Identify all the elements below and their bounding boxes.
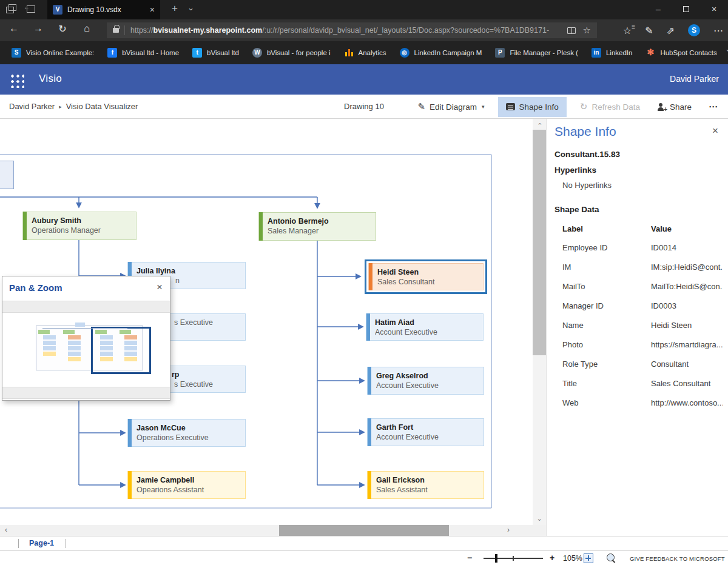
pan-zoom-window[interactable]: Pan & Zoom ×	[2, 276, 170, 401]
fit-page-to-window-icon[interactable]	[584, 553, 593, 563]
pan-zoom-toggle-icon[interactable]	[607, 553, 616, 563]
bookmarks-bar: SVisio Online Example:fbVisual ltd - Hom…	[0, 41, 728, 64]
shape-data-value: IM:sip:HeidiS@cont...	[651, 262, 723, 272]
tab-close-icon[interactable]: ×	[150, 5, 155, 15]
refresh-icon[interactable]: ↻	[55, 23, 70, 35]
web-notes-icon[interactable]: ✎	[645, 25, 653, 36]
org-node-name: Julia Ilyina	[136, 267, 241, 276]
edit-diagram-button[interactable]: ✎ Edit Diagram ▾	[414, 96, 488, 118]
thumbnail-mini-shape	[68, 341, 81, 345]
more-commands-icon[interactable]: ⋯	[705, 101, 722, 112]
thumbnail-mini-shape	[68, 352, 81, 356]
breadcrumb-folder[interactable]: Visio Data Visualizer	[66, 102, 138, 111]
org-node-role: Sales Manager	[268, 227, 372, 236]
bookmark-wordpress[interactable]: WbVisual - for people i	[247, 44, 336, 61]
reading-view-icon[interactable]	[567, 27, 576, 34]
user-name[interactable]: David Parker	[670, 74, 719, 84]
thumbnail-mini-shape	[100, 346, 113, 350]
minimize-button[interactable]: –	[644, 0, 672, 19]
thumbnail-mini-shape	[43, 352, 56, 356]
shape-data-value: ID0003	[651, 301, 723, 310]
shape-data-row: MailToMailTo:HeidiS@con...	[562, 276, 723, 296]
shape-info-close-icon[interactable]: ×	[712, 125, 718, 137]
bookmark-plesk[interactable]: PFile Manager - Plesk (	[490, 44, 583, 61]
bookmark-label: LinkedIn	[606, 49, 632, 56]
maximize-button[interactable]	[672, 0, 700, 19]
horizontal-scrollbar-thumb[interactable]	[279, 525, 449, 536]
bookmark-linkedin-campaign[interactable]: ◎LinkedIn Campaign M	[394, 44, 488, 61]
org-node-hatim-aiad[interactable]: Hatim AiadAccount Executive	[366, 313, 484, 341]
pan-zoom-thumbnail[interactable]	[2, 313, 170, 387]
pan-zoom-title: Pan & Zoom	[9, 282, 62, 293]
thumbnail-mini-shape	[124, 357, 137, 361]
bookmark-sharepoint[interactable]: SVisio Online Example:	[6, 44, 99, 61]
scroll-up-icon[interactable]: ›	[534, 118, 545, 131]
shape-data-heading: Shape Data	[554, 205, 599, 214]
browser-tab[interactable]: V Drawing 10.vsdx ×	[47, 0, 160, 19]
shape-data-value: Sales Consultant	[651, 379, 723, 388]
scroll-left-icon[interactable]: ‹	[1, 525, 11, 536]
share-button[interactable]: + Share	[653, 97, 695, 117]
pan-zoom-titlebar[interactable]: Pan & Zoom ×	[2, 276, 170, 301]
org-node-aubury-smith[interactable]: Aubury SmithOperations Manager	[22, 212, 136, 240]
analytics-favicon-icon	[344, 48, 354, 58]
back-icon[interactable]: ←	[6, 23, 22, 34]
address-bar[interactable]: https://bvisualnet-my.sharepoint.com/:u:…	[107, 22, 597, 38]
horizontal-scrollbar[interactable]: ‹ ›	[0, 525, 533, 536]
refresh-data-icon: ↻	[580, 101, 588, 112]
zoom-out-button[interactable]: −	[467, 553, 472, 563]
home-icon[interactable]: ⌂	[79, 23, 95, 34]
bookmark-linkedin[interactable]: inLinkedIn	[586, 44, 638, 61]
share-page-icon[interactable]: ⇗	[667, 25, 675, 36]
org-node-name: Heidi Steen	[377, 268, 479, 278]
org-node-antonio-bermejo[interactable]: Antonio BermejoSales Manager	[258, 212, 376, 241]
scroll-right-icon[interactable]: ›	[504, 525, 513, 536]
bookmark-facebook[interactable]: fbVisual ltd - Home	[102, 44, 184, 61]
favorite-star-icon[interactable]: ☆	[583, 25, 591, 36]
bookmark-label: HubSpot Contacts	[660, 49, 716, 56]
scrollbar-corner	[533, 525, 546, 536]
app-launcher-icon[interactable]	[9, 73, 24, 88]
close-button[interactable]: ×	[700, 0, 728, 19]
org-node-name: Gail Erickson	[376, 476, 480, 486]
bookmark-twitter[interactable]: tbVisual ltd	[187, 44, 244, 61]
give-feedback-link[interactable]: GIVE FEEDBACK TO MICROSOFT	[630, 555, 725, 562]
org-node-greg-akselrod[interactable]: Greg AkselrodAccount Executive	[367, 367, 484, 395]
pan-zoom-close-icon[interactable]: ×	[157, 281, 163, 293]
vertical-scrollbar-thumb[interactable]	[533, 130, 546, 355]
divider	[124, 25, 125, 35]
zoom-slider-thumb[interactable]	[495, 554, 497, 563]
tab-list-chevron-icon[interactable]: ›	[187, 8, 196, 10]
settings-more-icon[interactable]: ⋯	[713, 25, 723, 36]
page-tab[interactable]: Page-1	[29, 539, 54, 547]
app-name: Visio	[39, 73, 62, 85]
bookmarks-overflow-chevron-icon[interactable]: ›	[724, 49, 728, 56]
org-node-jamie-campbell[interactable]: Jamie CampbellOpearions Assistant	[127, 471, 246, 499]
org-node-heidi-steen[interactable]: Heidi SteenSales Consultant	[368, 263, 484, 290]
org-node-jason-mccue[interactable]: Jason McCueOperations Executive	[127, 419, 246, 447]
restore-tabs-icon[interactable]	[25, 4, 35, 13]
tabs-aside-icon[interactable]	[6, 4, 16, 13]
bookmark-analytics[interactable]: Analytics	[339, 44, 392, 61]
shape-data-label: Web	[562, 398, 651, 407]
org-node-garth-fort[interactable]: Garth FortAccount Executive	[367, 418, 484, 446]
breadcrumb-user[interactable]: David Parker	[9, 102, 55, 111]
favorites-hub-icon[interactable]: ☆≡	[623, 25, 632, 36]
bookmark-hubspot[interactable]: ✻HubSpot Contacts	[640, 44, 722, 61]
status-bar: − + 105% GIVE FEEDBACK TO MICROSOFT	[0, 550, 728, 565]
skype-extension-icon[interactable]: S	[688, 24, 700, 36]
zoom-slider[interactable]	[484, 551, 543, 565]
forward-icon[interactable]: →	[30, 23, 46, 34]
vertical-scrollbar[interactable]: › ›	[533, 119, 546, 525]
shape-info-button[interactable]: Shape Info	[498, 97, 567, 117]
new-tab-button[interactable]: +	[172, 2, 178, 15]
org-node-partial-left[interactable]	[0, 161, 14, 189]
shape-id: Consultant.15.83	[554, 150, 620, 159]
hyperlinks-value: No Hyperlinks	[562, 181, 612, 190]
shape-data-row: NameHeidi Steen	[562, 315, 723, 335]
org-node-gail-erickson[interactable]: Gail EricksonSales Assistant	[367, 471, 484, 499]
thumbnail-mini-shape	[124, 341, 137, 345]
maximize-icon	[683, 6, 689, 12]
org-node-name: Jason McCue	[136, 424, 241, 433]
zoom-in-button[interactable]: +	[550, 553, 554, 563]
